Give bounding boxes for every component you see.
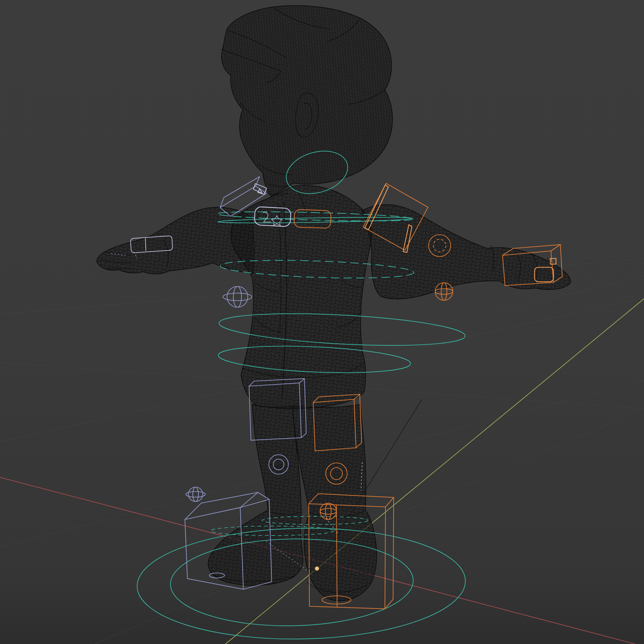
origin-dot[interactable] bbox=[315, 567, 319, 571]
viewport-canvas bbox=[0, 0, 644, 644]
blender-3d-viewport[interactable] bbox=[0, 0, 644, 644]
